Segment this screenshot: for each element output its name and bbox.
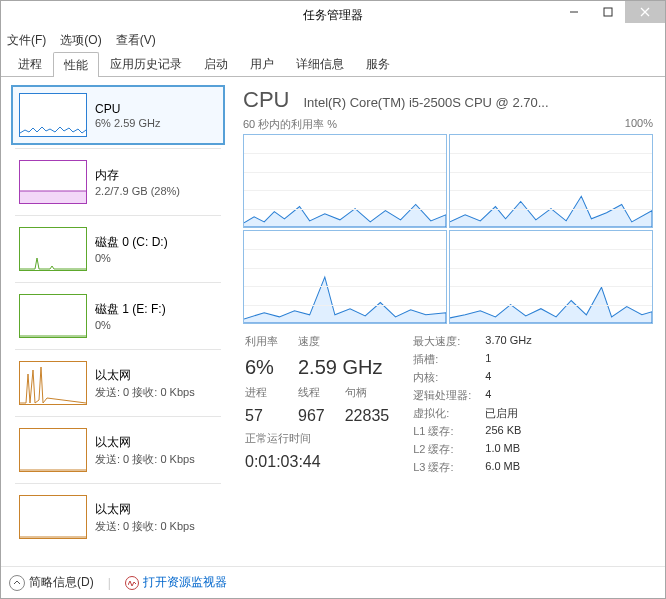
sidebar-item-label: 磁盘 0 (C: D:) — [95, 234, 168, 251]
sidebar-item-disk0[interactable]: 磁盘 0 (C: D:) 0% — [11, 219, 225, 279]
l1-value: 256 KB — [485, 424, 531, 439]
sidebar-item-sub: 发送: 0 接收: 0 Kbps — [95, 385, 195, 400]
l2-value: 1.0 MB — [485, 442, 531, 457]
net-thumb — [19, 495, 87, 539]
sockets-value: 1 — [485, 352, 531, 367]
sidebar-item-sub: 发送: 0 接收: 0 Kbps — [95, 519, 195, 534]
tab-users[interactable]: 用户 — [239, 51, 285, 76]
divider — [15, 416, 221, 417]
sidebar-item-sub: 2.2/7.9 GB (28%) — [95, 185, 180, 197]
sidebar-item-disk1[interactable]: 磁盘 1 (E: F:) 0% — [11, 286, 225, 346]
minimize-button[interactable] — [557, 1, 591, 23]
resmon-icon — [125, 576, 139, 590]
tab-details[interactable]: 详细信息 — [285, 51, 355, 76]
chevron-up-icon — [9, 575, 25, 591]
fewer-details-label: 简略信息(D) — [29, 574, 94, 591]
cores-value: 4 — [485, 370, 531, 385]
footer: 简略信息(D) | 打开资源监视器 — [1, 566, 665, 598]
cpu-chart-3 — [449, 230, 653, 324]
sidebar-text: 以太网 发送: 0 接收: 0 Kbps — [95, 361, 195, 405]
max-speed-value: 3.70 GHz — [485, 334, 531, 349]
tab-startup[interactable]: 启动 — [193, 51, 239, 76]
fewer-details-button[interactable]: 简略信息(D) — [9, 574, 94, 591]
menu-view[interactable]: 查看(V) — [116, 32, 156, 49]
disk-thumb — [19, 294, 87, 338]
speed-value: 2.59 GHz — [298, 356, 389, 384]
proc-value: 57 — [245, 407, 278, 430]
divider — [15, 215, 221, 216]
proc-label: 进程 — [245, 385, 278, 405]
sidebar-item-sub: 6% 2.59 GHz — [95, 117, 160, 129]
util-value: 6% — [245, 356, 278, 384]
tab-app-history[interactable]: 应用历史记录 — [99, 51, 193, 76]
sidebar: CPU 6% 2.59 GHz 内存 2.2/7.9 GB (28%) — [11, 85, 231, 560]
svg-rect-1 — [604, 8, 612, 16]
sidebar-item-cpu[interactable]: CPU 6% 2.59 GHz — [11, 85, 225, 145]
sidebar-text: 以太网 发送: 0 接收: 0 Kbps — [95, 428, 195, 472]
net-thumb — [19, 361, 87, 405]
sidebar-text: 以太网 发送: 0 接收: 0 Kbps — [95, 495, 195, 539]
sidebar-text: CPU 6% 2.59 GHz — [95, 93, 160, 137]
sidebar-item-label: 以太网 — [95, 501, 195, 518]
sidebar-text: 磁盘 1 (E: F:) 0% — [95, 294, 166, 338]
divider — [15, 483, 221, 484]
menu-options[interactable]: 选项(O) — [60, 32, 101, 49]
uptime-label: 正常运行时间 — [245, 431, 389, 451]
l3-label: L3 缓存: — [413, 460, 471, 475]
body: CPU 6% 2.59 GHz 内存 2.2/7.9 GB (28%) — [1, 77, 665, 566]
net-thumb — [19, 428, 87, 472]
chart-label-left: 60 秒内的利用率 % — [243, 117, 337, 132]
window-title: 任务管理器 — [303, 7, 363, 24]
lproc-label: 逻辑处理器: — [413, 388, 471, 403]
cores-label: 内核: — [413, 370, 471, 385]
divider — [15, 349, 221, 350]
lproc-value: 4 — [485, 388, 531, 403]
chart-label-row: 60 秒内的利用率 % 100% — [241, 115, 655, 132]
main-head: CPU Intel(R) Core(TM) i5-2500S CPU @ 2.7… — [241, 85, 655, 115]
tabs: 进程 性能 应用历史记录 启动 用户 详细信息 服务 — [1, 51, 665, 77]
disk-thumb — [19, 227, 87, 271]
stats-left: 利用率 速度 6% 2.59 GHz 进程 线程 句柄 57 967 22835… — [245, 334, 389, 475]
thread-label: 线程 — [298, 385, 325, 405]
sidebar-item-ethernet3[interactable]: 以太网 发送: 0 接收: 0 Kbps — [11, 487, 225, 547]
max-speed-label: 最大速度: — [413, 334, 471, 349]
open-resource-monitor-link[interactable]: 打开资源监视器 — [125, 574, 227, 591]
footer-separator: | — [108, 576, 111, 590]
sidebar-item-label: 以太网 — [95, 434, 195, 451]
sidebar-item-label: 以太网 — [95, 367, 195, 384]
sidebar-item-ethernet2[interactable]: 以太网 发送: 0 接收: 0 Kbps — [11, 420, 225, 480]
tab-services[interactable]: 服务 — [355, 51, 401, 76]
tab-processes[interactable]: 进程 — [7, 51, 53, 76]
virt-label: 虚拟化: — [413, 406, 471, 421]
menu-file[interactable]: 文件(F) — [7, 32, 46, 49]
stats-right: 最大速度: 3.70 GHz 插槽: 1 内核: 4 逻辑处理器: 4 虚拟化:… — [413, 334, 532, 475]
maximize-button[interactable] — [591, 1, 625, 23]
svg-rect-4 — [20, 191, 86, 203]
window-buttons — [557, 1, 665, 23]
sidebar-item-sub: 0% — [95, 252, 168, 264]
cpu-chart-1 — [449, 134, 653, 228]
divider — [15, 148, 221, 149]
l2-label: L2 缓存: — [413, 442, 471, 457]
resmon-label: 打开资源监视器 — [143, 574, 227, 591]
tab-performance[interactable]: 性能 — [53, 52, 99, 77]
sidebar-item-memory[interactable]: 内存 2.2/7.9 GB (28%) — [11, 152, 225, 212]
memory-thumb — [19, 160, 87, 204]
sidebar-item-label: CPU — [95, 102, 160, 116]
menubar: 文件(F) 选项(O) 查看(V) — [1, 29, 665, 51]
sidebar-item-sub: 发送: 0 接收: 0 Kbps — [95, 452, 195, 467]
handle-value: 22835 — [345, 407, 390, 430]
sidebar-text: 磁盘 0 (C: D:) 0% — [95, 227, 168, 271]
sidebar-item-label: 内存 — [95, 167, 180, 184]
cpu-thumb — [19, 93, 87, 137]
cpu-chart-2 — [243, 230, 447, 324]
sidebar-text: 内存 2.2/7.9 GB (28%) — [95, 160, 180, 204]
sidebar-item-ethernet1[interactable]: 以太网 发送: 0 接收: 0 Kbps — [11, 353, 225, 413]
sidebar-item-sub: 0% — [95, 319, 166, 331]
close-button[interactable] — [625, 1, 665, 23]
sidebar-item-label: 磁盘 1 (E: F:) — [95, 301, 166, 318]
thread-value: 967 — [298, 407, 325, 430]
stats: 利用率 速度 6% 2.59 GHz 进程 线程 句柄 57 967 22835… — [241, 332, 655, 475]
cpu-model: Intel(R) Core(TM) i5-2500S CPU @ 2.70... — [303, 95, 653, 110]
l3-value: 6.0 MB — [485, 460, 531, 475]
